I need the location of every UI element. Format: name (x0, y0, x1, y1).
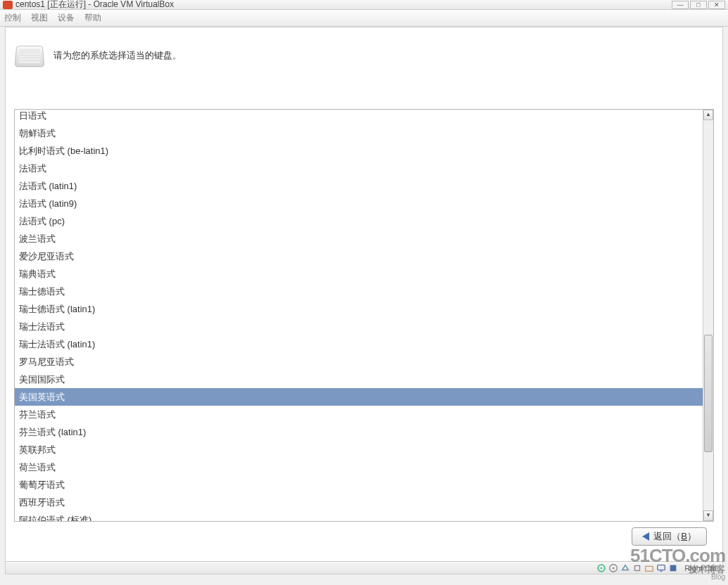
list-item[interactable]: 芬兰语式 (15, 406, 703, 423)
window-titlebar: centos1 [正在运行] - Oracle VM VirtualBox — … (0, 0, 728, 10)
list-item[interactable]: 比利时语式 (be-latin1) (15, 142, 703, 160)
list-item[interactable]: 西班牙语式 (15, 494, 703, 511)
svg-rect-6 (658, 565, 665, 570)
scroll-thumb[interactable] (704, 335, 713, 452)
shared-folders-icon[interactable] (644, 563, 654, 573)
keyboard-list-viewport: 日语式朝鲜语式比利时语式 (be-latin1)法语式法语式 (latin1)法… (15, 110, 703, 521)
list-item[interactable]: 瑞士法语式 (15, 318, 703, 335)
menu-control[interactable]: 控制 (4, 12, 21, 24)
list-item[interactable]: 荷兰语式 (15, 458, 703, 476)
list-item[interactable]: 葡萄牙语式 (15, 476, 703, 494)
list-item[interactable]: 法语式 (latin1) (15, 177, 703, 195)
list-item[interactable]: 英联邦式 (15, 441, 703, 458)
list-item[interactable]: 波兰语式 (15, 230, 703, 248)
list-item[interactable]: 罗马尼亚语式 (15, 353, 703, 371)
scroll-down-button[interactable]: ▼ (703, 510, 713, 521)
svg-point-1 (601, 567, 603, 569)
display-icon[interactable] (656, 563, 666, 573)
keyboard-listbox[interactable]: 日语式朝鲜语式比利时语式 (be-latin1)法语式法语式 (latin1)法… (14, 109, 714, 522)
watermark-line3: Blog (630, 574, 725, 581)
list-item[interactable]: 阿拉伯语式 (标准) (15, 511, 703, 521)
back-button-label: 返回（B） (653, 530, 696, 543)
list-item[interactable]: 瑞士德语式 (latin1) (15, 300, 703, 318)
svg-rect-8 (670, 565, 677, 571)
hostkey-indicator: Right Ctrl (684, 564, 717, 572)
list-item[interactable]: 法语式 (latin9) (15, 195, 703, 212)
list-item[interactable]: 瑞士法语式 (latin1) (15, 335, 703, 353)
list-item[interactable]: 法语式 (15, 160, 703, 177)
list-item[interactable]: 朝鲜语式 (15, 124, 703, 142)
maximize-button[interactable]: □ (690, 1, 707, 9)
network-icon[interactable] (620, 563, 630, 573)
menu-view[interactable]: 视图 (31, 12, 48, 24)
svg-point-3 (613, 567, 615, 569)
scroll-up-button[interactable]: ▲ (703, 110, 713, 120)
window-title: centos1 [正在运行] - Oracle VM VirtualBox (15, 0, 672, 11)
list-item[interactable]: 美国国际式 (15, 371, 703, 388)
back-button[interactable]: 返回（B） (632, 527, 707, 546)
minimize-button[interactable]: — (672, 1, 689, 9)
mouse-integration-icon[interactable] (668, 563, 678, 573)
list-scrollbar[interactable]: ▲ ▼ (703, 110, 713, 521)
menu-help[interactable]: 帮助 (84, 12, 101, 24)
harddisk-icon[interactable] (596, 563, 606, 573)
guest-screen: 请为您的系统选择适当的键盘。 日语式朝鲜语式比利时语式 (be-latin1)法… (5, 27, 723, 574)
optical-disk-icon[interactable] (608, 563, 618, 573)
window-controls: — □ ✕ (672, 1, 725, 9)
installer-prompt: 请为您的系统选择适当的键盘。 (53, 49, 181, 62)
close-button[interactable]: ✕ (708, 1, 725, 9)
keyboard-icon (15, 46, 45, 67)
list-item[interactable]: 瑞士德语式 (15, 283, 703, 300)
menubar: 控制 视图 设备 帮助 (0, 10, 728, 27)
svg-rect-5 (646, 566, 653, 571)
list-item[interactable]: 瑞典语式 (15, 265, 703, 283)
scroll-track[interactable] (703, 120, 713, 510)
installer-header: 请为您的系统选择适当的键盘。 (6, 27, 722, 79)
list-item[interactable]: 美国英语式 (15, 388, 703, 406)
virtualbox-icon (3, 1, 13, 9)
list-item[interactable]: 芬兰语式 (latin1) (15, 423, 703, 441)
arrow-left-icon (642, 532, 649, 541)
menu-devices[interactable]: 设备 (58, 12, 75, 24)
list-item[interactable]: 法语式 (pc) (15, 212, 703, 230)
usb-icon[interactable] (632, 563, 642, 573)
list-item[interactable]: 日语式 (15, 110, 703, 124)
svg-rect-4 (635, 565, 640, 570)
list-item[interactable]: 爱沙尼亚语式 (15, 248, 703, 265)
vm-statusbar: Right Ctrl (6, 561, 722, 574)
footer-buttons: 返回（B） (632, 527, 707, 546)
